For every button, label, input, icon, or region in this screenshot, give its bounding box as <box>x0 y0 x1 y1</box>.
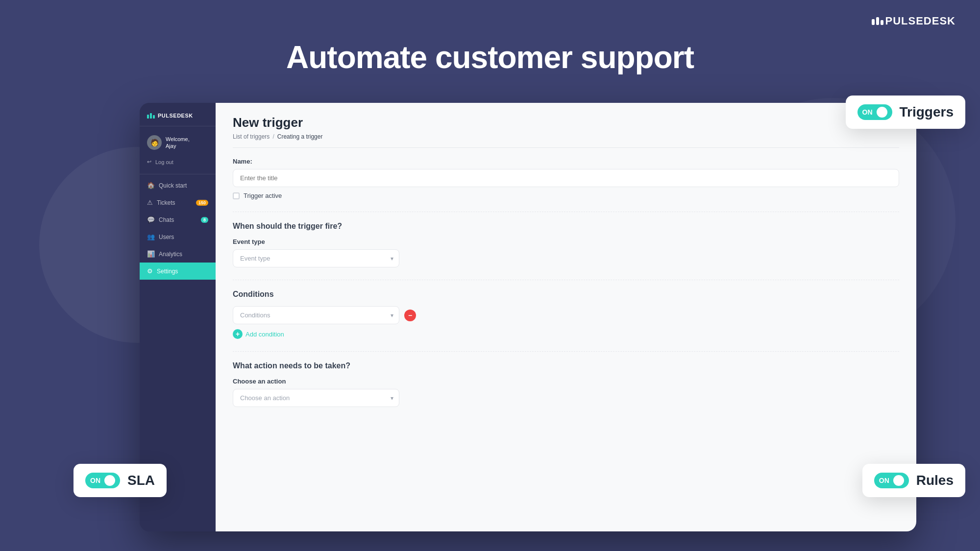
logout-label: Log out <box>155 159 173 165</box>
tickets-badge: 150 <box>196 200 208 206</box>
top-logo-text: PULSEDESK <box>885 15 956 27</box>
trigger-active-label: Trigger active <box>244 192 282 199</box>
triggers-card: ON Triggers <box>846 96 965 129</box>
sidebar-item-label: Chats <box>159 216 174 223</box>
settings-icon: ⚙ <box>147 267 153 275</box>
add-condition-label: Add condition <box>245 331 284 338</box>
sidebar-item-analytics[interactable]: 📊 Analytics <box>140 245 216 263</box>
sla-toggle-label: ON <box>90 477 100 484</box>
add-icon: + <box>233 329 243 339</box>
triggers-toggle-knob <box>877 107 887 118</box>
analytics-icon: 📊 <box>147 250 155 258</box>
sidebar-item-users[interactable]: 👥 Users <box>140 228 216 245</box>
divider-1 <box>233 212 899 212</box>
conditions-row: Conditions ▾ − <box>233 306 899 324</box>
event-type-wrapper: Event type ▾ <box>233 249 399 267</box>
app-window: PULSEDESK 🧑 Welcome, Ajay ↩ Log out 🏠 Qu… <box>140 103 916 531</box>
sidebar-item-label: Tickets <box>157 199 175 206</box>
conditions-section: Conditions Conditions ▾ − + Add conditio… <box>233 290 899 339</box>
sidebar-item-tickets[interactable]: ⚠ Tickets 150 <box>140 194 216 211</box>
action-section: What action needs to be taken? Choose an… <box>233 361 899 407</box>
breadcrumb: List of triggers / Creating a trigger <box>233 133 899 148</box>
choose-action-label: Choose an action <box>233 378 899 385</box>
name-section: Name: Trigger active <box>233 158 899 199</box>
logo-bars <box>872 17 883 25</box>
conditions-select-wrapper: Conditions ▾ <box>233 306 399 324</box>
sidebar-item-label: Analytics <box>159 251 182 258</box>
choose-action-select[interactable]: Choose an action <box>233 389 399 407</box>
rules-card: ON Rules <box>862 464 965 497</box>
event-type-select[interactable]: Event type <box>233 249 399 267</box>
rules-toggle-label: ON <box>879 477 889 484</box>
sidebar-logo-bars <box>147 113 155 119</box>
chats-icon: 💬 <box>147 216 155 223</box>
name-input[interactable] <box>233 169 899 187</box>
sidebar-item-settings[interactable]: ⚙ Settings <box>140 263 216 280</box>
chats-badge: 8 <box>201 217 208 223</box>
conditions-select[interactable]: Conditions <box>233 306 399 324</box>
sla-toggle-knob <box>104 475 115 486</box>
action-heading: What action needs to be taken? <box>233 361 899 370</box>
sb-bar-3 <box>153 115 155 119</box>
sb-bar-1 <box>147 115 149 119</box>
divider-2 <box>233 280 899 280</box>
triggers-toggle-label: ON <box>862 108 873 116</box>
sla-label: SLA <box>127 473 155 488</box>
name-label: Name: <box>233 158 899 165</box>
divider-3 <box>233 351 899 352</box>
triggers-toggle[interactable]: ON <box>858 104 892 120</box>
sidebar-logo-text: PULSEDESK <box>158 113 193 119</box>
rules-label: Rules <box>916 473 954 488</box>
trigger-active-row: Trigger active <box>233 192 899 199</box>
sidebar-logo: PULSEDESK <box>140 113 216 126</box>
page-title: New trigger <box>233 115 899 130</box>
when-heading: When should the trigger fire? <box>233 222 899 231</box>
logo-bar-2 <box>876 17 879 25</box>
logo-bar-3 <box>881 20 883 25</box>
choose-action-wrapper: Choose an action ▾ <box>233 389 399 407</box>
event-type-label: Event type <box>233 238 899 245</box>
sb-bar-2 <box>150 113 152 119</box>
logo-bar-1 <box>872 19 875 25</box>
rules-toggle-knob <box>893 475 904 486</box>
logout-item[interactable]: ↩ Log out <box>140 156 216 168</box>
breadcrumb-separator: / <box>272 133 274 140</box>
trigger-active-checkbox[interactable] <box>233 192 240 199</box>
sla-card: ON SLA <box>74 464 167 497</box>
main-content: New trigger List of triggers / Creating … <box>216 103 916 531</box>
user-name: Welcome, Ajay <box>166 136 190 150</box>
home-icon: 🏠 <box>147 182 155 189</box>
sidebar-item-label: Settings <box>157 268 178 275</box>
sidebar-item-chats[interactable]: 💬 Chats 8 <box>140 211 216 228</box>
logout-icon: ↩ <box>147 159 151 165</box>
users-icon: 👥 <box>147 233 155 240</box>
sla-toggle[interactable]: ON <box>85 473 120 488</box>
remove-condition-button[interactable]: − <box>404 310 416 321</box>
top-logo-icon: PULSEDESK <box>872 15 956 27</box>
sidebar-item-quick-start[interactable]: 🏠 Quick start <box>140 177 216 194</box>
top-bar: PULSEDESK <box>872 15 956 27</box>
event-section: When should the trigger fire? Event type… <box>233 222 899 267</box>
page-headline: Automate customer support <box>0 39 980 75</box>
tickets-icon: ⚠ <box>147 199 153 206</box>
breadcrumb-current: Creating a trigger <box>277 133 323 140</box>
user-section: 🧑 Welcome, Ajay <box>140 131 216 154</box>
conditions-heading: Conditions <box>233 290 899 299</box>
breadcrumb-parent[interactable]: List of triggers <box>233 133 270 140</box>
sidebar-item-label: Users <box>159 234 174 240</box>
rules-toggle[interactable]: ON <box>874 473 909 488</box>
nav-divider <box>140 174 216 174</box>
triggers-label: Triggers <box>900 104 954 120</box>
sidebar-item-label: Quick start <box>159 182 187 189</box>
add-condition-button[interactable]: + Add condition <box>233 329 284 339</box>
avatar: 🧑 <box>147 135 162 150</box>
